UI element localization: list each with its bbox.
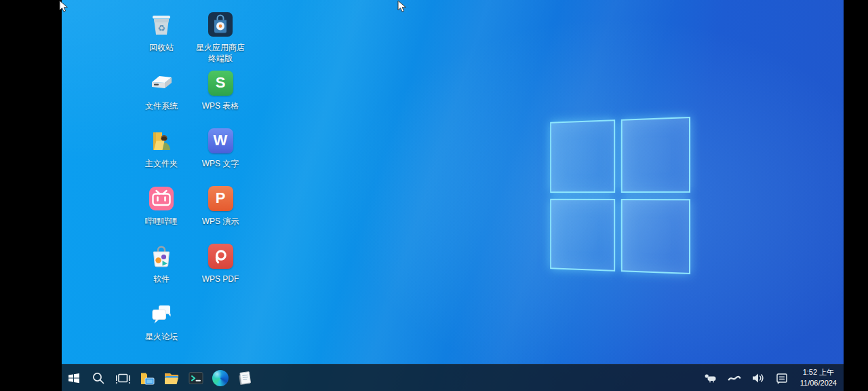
taskbar-file-explorer-button[interactable] (159, 365, 184, 391)
icon-label: 文件系统 (145, 100, 178, 111)
taskbar-notepad-button[interactable] (233, 365, 257, 391)
taskbar-clock[interactable]: 1:52 上午 11/06/2024 (799, 367, 838, 389)
icon-label: 主文件夹 (145, 158, 178, 169)
desktop-icon-wps-pdf[interactable]: WPS PDF (188, 241, 253, 284)
windows-logo-pane (620, 199, 690, 275)
icon-label-line2: 终端版 (208, 53, 233, 64)
icon-label: 回收站 (149, 42, 174, 53)
wps-s-glyph: S (216, 74, 226, 92)
home-folder-icon (146, 126, 176, 155)
task-view-icon (115, 371, 130, 385)
taskbar: 1:52 上午 11/06/2024 (62, 364, 844, 391)
desktop-icon-wps-writer[interactable]: W WPS 文字 (188, 126, 253, 169)
screen: ♻ 回收站 文件系统 (0, 0, 868, 391)
volume-tray-icon[interactable] (751, 365, 765, 391)
task-view-button[interactable] (111, 365, 135, 391)
windows-logo-pane (550, 198, 614, 271)
icon-label: 软件 (153, 274, 170, 284)
icon-label: WPS 表格 (202, 100, 239, 111)
wps-w-glyph: W (214, 132, 228, 149)
chat-bubbles-icon (146, 299, 176, 329)
clock-date: 11/06/2024 (800, 378, 837, 389)
desktop-icon-software-store[interactable]: 软件 (129, 241, 194, 284)
network-wave-tray-icon[interactable] (728, 365, 741, 391)
start-button[interactable] (62, 365, 86, 391)
icon-label: 哔哩哔哩 (145, 216, 178, 227)
wps-pdf-icon (205, 241, 235, 271)
desktop-icon-wps-sheets[interactable]: S WPS 表格 (188, 68, 253, 111)
windows-logo-pane (550, 119, 614, 192)
svg-text:♻: ♻ (157, 23, 165, 33)
icon-label: WPS 文字 (202, 158, 239, 169)
desktop-icon-bilibili[interactable]: 哔哩哔哩 (129, 183, 194, 227)
icon-label: WPS 演示 (202, 216, 239, 227)
desktop-icon-spark-forum[interactable]: 星火论坛 (129, 299, 194, 342)
desktop-icon-recycle-bin[interactable]: ♻ 回收站 (129, 10, 194, 53)
taskbar-edge-button[interactable] (208, 365, 233, 391)
search-button[interactable] (86, 365, 111, 391)
wps-sheets-icon: S (205, 68, 235, 98)
hard-drive-icon (146, 68, 176, 98)
icon-label: 星火应用商店 (196, 42, 245, 53)
search-icon (92, 371, 105, 385)
windows-logo-wallpaper (550, 117, 690, 274)
desktop-icon-spark-store-terminal[interactable]: 星火应用商店 终端版 (188, 10, 253, 64)
taskbar-terminal-button[interactable] (184, 365, 208, 391)
taskbar-file-manager-button[interactable] (135, 365, 159, 391)
input-device-tray-icon[interactable] (704, 365, 717, 391)
file-explorer-icon (163, 370, 180, 386)
desktop-icon-file-system[interactable]: 文件系统 (129, 68, 194, 111)
software-bag-icon (146, 241, 176, 271)
file-manager-icon (139, 370, 155, 386)
wps-presentation-icon: P (205, 183, 235, 213)
windows-logo-pane (620, 117, 690, 193)
recycle-bin-icon: ♻ (146, 10, 176, 39)
desktop[interactable]: ♻ 回收站 文件系统 (62, 0, 844, 391)
spark-store-icon (205, 10, 235, 39)
terminal-icon (188, 370, 204, 386)
edge-browser-icon (212, 370, 229, 386)
notifications-tray-icon[interactable] (775, 365, 789, 391)
wps-p-glyph: P (216, 189, 226, 207)
system-tray: 1:52 上午 11/06/2024 (704, 365, 844, 391)
desktop-icon-wps-presentation[interactable]: P WPS 演示 (188, 183, 253, 227)
icon-label: WPS PDF (202, 274, 239, 284)
wps-writer-icon: W (205, 126, 235, 155)
icon-label: 星火论坛 (145, 331, 178, 342)
clock-time: 1:52 上午 (800, 367, 837, 378)
windows-start-icon (68, 372, 80, 384)
desktop-icon-home-folder[interactable]: 主文件夹 (129, 126, 194, 169)
notepad-icon (237, 370, 253, 386)
bilibili-icon (146, 183, 176, 213)
